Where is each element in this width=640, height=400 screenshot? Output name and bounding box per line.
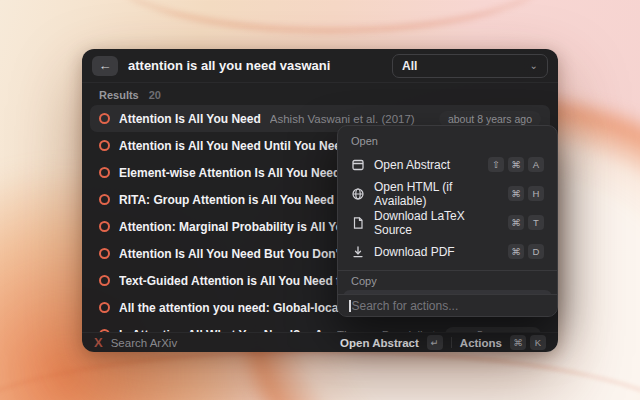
paper-icon (99, 248, 110, 259)
paper-title: Element-wise Attention Is All You Need (119, 166, 340, 180)
menu-section-copy: Copy (343, 271, 552, 290)
arxiv-logo-icon: X (94, 336, 103, 349)
paper-icon (99, 275, 110, 286)
menu-item-label: Open HTML (if Available) (374, 180, 499, 208)
cmd-key-icon: ⌘ (508, 186, 524, 201)
menu-item-open-html[interactable]: Open HTML (if Available) ⌘ H (343, 179, 552, 208)
chevron-down-icon: ⌄ (530, 60, 538, 71)
paper-icon (99, 194, 110, 205)
cmd-key-icon: ⌘ (510, 335, 526, 350)
results-label: Results (99, 89, 139, 101)
cmd-key-icon: ⌘ (508, 244, 524, 259)
results-section-header: Results 20 (82, 83, 558, 105)
extension-name: Search ArXiv (111, 337, 177, 349)
dropdown-value: All (402, 59, 417, 73)
primary-action-button[interactable]: Open Abstract (340, 337, 419, 349)
search-input[interactable]: attention is all you need vaswani (128, 58, 382, 73)
document-icon (351, 216, 365, 230)
cmd-key-icon: ⌘ (508, 157, 524, 172)
paper-icon (99, 140, 110, 151)
results-count: 20 (149, 89, 161, 101)
shift-key-icon: ⇧ (488, 157, 504, 172)
paper-title: Attention Is All You Need (119, 112, 261, 126)
text-caret (349, 300, 351, 312)
footer-divider (451, 337, 452, 348)
download-icon (351, 245, 365, 259)
a-key-icon: A (528, 157, 544, 172)
actions-button[interactable]: Actions (460, 337, 502, 349)
h-key-icon: H (528, 186, 544, 201)
status-bar: X Search ArXiv Open Abstract ↵ Actions ⌘… (82, 332, 558, 352)
paper-icon (99, 221, 110, 232)
menu-item-label: Download LaTeX Source (374, 209, 499, 237)
paper-icon (99, 167, 110, 178)
menu-item-label: Download PDF (374, 245, 455, 259)
menu-item-download-pdf[interactable]: Download PDF ⌘ D (343, 237, 552, 266)
return-key-icon: ↵ (427, 335, 443, 350)
paper-icon (99, 113, 110, 124)
paper-icon (99, 302, 110, 313)
t-key-icon: T (528, 215, 544, 230)
menu-section-open: Open (343, 131, 552, 150)
menu-item-download-latex[interactable]: Download LaTeX Source ⌘ T (343, 208, 552, 237)
actions-search-bar[interactable] (338, 294, 557, 316)
actions-panel: Open Open Abstract ⇧ ⌘ A Open HTML (if A… (337, 125, 558, 317)
paper-author: Ashish Vaswani et al. (2017) (270, 113, 415, 125)
back-arrow-icon: ← (99, 59, 112, 72)
wallpaper-wave-top (110, 0, 550, 32)
browser-window-icon (351, 158, 365, 172)
globe-icon (351, 187, 365, 201)
k-key-icon: K (530, 335, 546, 350)
menu-item-open-abstract[interactable]: Open Abstract ⇧ ⌘ A (343, 150, 552, 179)
menu-item-label: Open Abstract (374, 158, 450, 172)
back-button[interactable]: ← (92, 56, 118, 76)
actions-search-input[interactable] (352, 299, 547, 313)
d-key-icon: D (528, 244, 544, 259)
cmd-key-icon: ⌘ (508, 215, 524, 230)
search-header: ← attention is all you need vaswani All … (82, 49, 558, 83)
result-row[interactable]: Is Attention All What You Need? -- An Em… (90, 321, 550, 332)
category-filter-dropdown[interactable]: All ⌄ (392, 54, 548, 78)
